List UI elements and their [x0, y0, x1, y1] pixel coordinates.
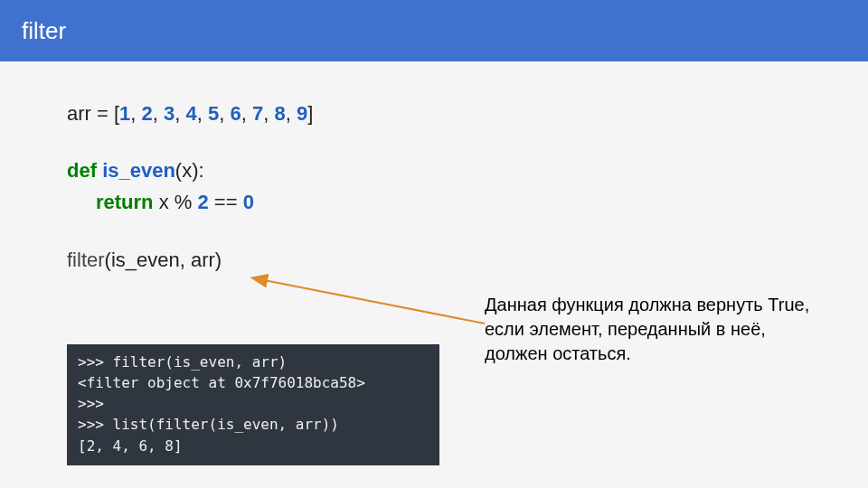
code-call: filter [67, 249, 105, 271]
code-line-call: filter(is_even, arr) [67, 244, 801, 276]
code-num: 7 [252, 102, 263, 125]
blank-line [67, 129, 801, 155]
code-text: x % [154, 191, 198, 213]
code-sep: , [286, 102, 297, 125]
code-text: arr = [ [67, 102, 119, 125]
blank-line [67, 219, 801, 244]
code-text: == [209, 191, 243, 213]
code-keyword: return [96, 191, 154, 213]
code-sep: , [153, 102, 164, 125]
code-num: 0 [243, 191, 254, 213]
code-num: 9 [297, 102, 307, 125]
code-num: 4 [186, 102, 197, 125]
term-line: <filter object at 0x7f76018bca58> [78, 374, 365, 391]
code-sep: , [130, 102, 141, 125]
code-sep: , [219, 102, 230, 125]
term-line: [2, 4, 6, 8] [78, 437, 183, 455]
code-sep: , [175, 102, 185, 125]
code-num: 2 [142, 102, 153, 125]
term-line: >>> [78, 395, 104, 412]
code-function-name: is_even [102, 159, 175, 182]
code-line-return: return x % 2 == 0 [67, 186, 801, 218]
code-keyword: def [67, 159, 97, 182]
term-line: >>> list(filter(is_even, arr)) [78, 416, 339, 433]
code-num: 1 [119, 102, 130, 125]
code-line-1: arr = [1, 2, 3, 4, 5, 6, 7, 8, 9] [67, 98, 801, 129]
slide-title: filter [22, 17, 66, 45]
code-num: 3 [164, 102, 175, 125]
code-num: 8 [274, 102, 285, 125]
code-num: 6 [231, 102, 241, 125]
code-line-def: def is_even(x): [67, 155, 801, 186]
annotation-text: Данная функция должна вернуть True, если… [485, 293, 810, 366]
code-num: 5 [208, 102, 219, 125]
term-line: >>> filter(is_even, arr) [78, 353, 287, 371]
terminal-output: >>> filter(is_even, arr) <filter object … [67, 344, 439, 465]
code-text: (x): [175, 159, 204, 182]
slide-header: filter [0, 0, 868, 61]
code-num: 2 [197, 191, 208, 213]
code-sep: , [241, 102, 252, 125]
code-text: ] [307, 102, 313, 125]
code-sep: , [197, 102, 208, 125]
code-text: (is_even, arr) [105, 249, 222, 271]
code-sep: , [263, 102, 274, 125]
code-sample: arr = [1, 2, 3, 4, 5, 6, 7, 8, 9] def is… [67, 98, 801, 276]
slide-content: arr = [1, 2, 3, 4, 5, 6, 7, 8, 9] def is… [0, 61, 868, 465]
